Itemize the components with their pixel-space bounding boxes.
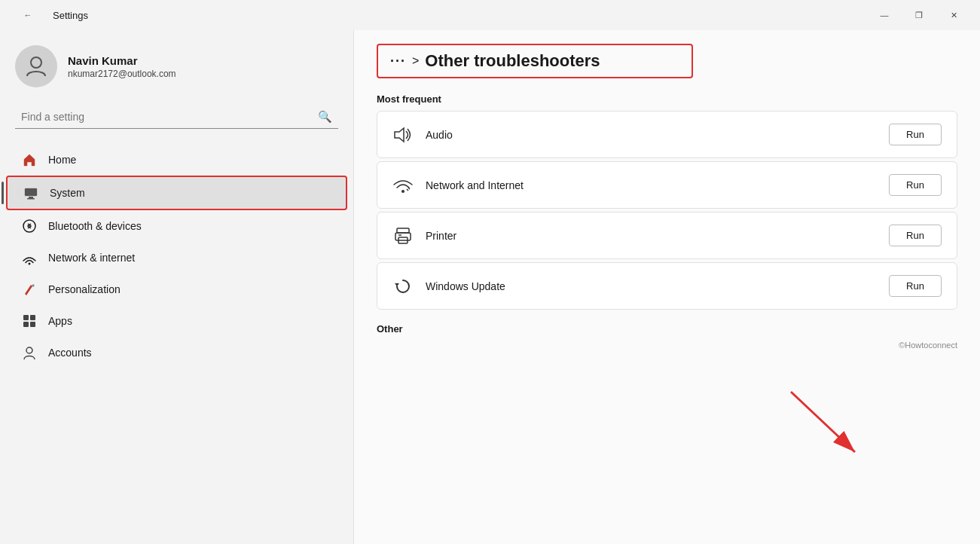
network-wifi-icon (392, 175, 414, 196)
accounts-icon (21, 344, 38, 361)
svg-line-14 (407, 189, 408, 191)
svg-rect-7 (30, 315, 35, 320)
windows-update-icon (392, 276, 414, 297)
breadcrumb-chevron: > (412, 54, 419, 68)
minimize-button[interactable]: — (867, 4, 902, 26)
user-name: Navin Kumar (68, 54, 176, 67)
svg-rect-9 (30, 322, 35, 327)
other-label: Other (354, 313, 980, 338)
network-icon (21, 249, 38, 266)
sidebar-item-bluetooth[interactable]: Bluetooth & devices (6, 210, 347, 242)
maximize-button[interactable]: ❐ (902, 4, 936, 26)
apps-icon (21, 313, 38, 329)
svg-rect-16 (395, 233, 411, 240)
troubleshooter-network: Network and Internet Run (377, 161, 957, 209)
svg-point-10 (26, 347, 32, 353)
search-box: 🔍 (15, 105, 338, 129)
sidebar-item-apps-label: Apps (48, 315, 72, 327)
nav-list: Home System (0, 141, 353, 371)
sidebar-item-personalization[interactable]: Personalization (6, 274, 347, 305)
titlebar-controls: — ❐ ✕ (867, 4, 971, 26)
svg-rect-6 (23, 315, 29, 320)
most-frequent-label: Most frequent (354, 86, 980, 111)
search-icon: 🔍 (318, 110, 332, 124)
sidebar: Navin Kumar nkumar2172@outlook.com 🔍 (0, 30, 354, 544)
sidebar-item-system[interactable]: System (6, 176, 347, 210)
svg-point-0 (31, 57, 41, 68)
sidebar-item-home-label: Home (48, 154, 76, 166)
user-info: Navin Kumar nkumar2172@outlook.com (68, 54, 176, 79)
user-email: nkumar2172@outlook.com (68, 69, 176, 79)
titlebar-title: Settings (53, 10, 88, 21)
content-header: ··· > Other troubleshooters (354, 30, 980, 86)
breadcrumb: ··· > Other troubleshooters (377, 44, 693, 78)
sidebar-item-accounts[interactable]: Accounts (6, 337, 347, 368)
sidebar-item-home[interactable]: Home (6, 144, 347, 176)
troubleshooter-list: Audio Run Network and Internet Run (354, 111, 980, 313)
audio-icon (392, 124, 414, 145)
svg-marker-19 (395, 283, 399, 286)
sidebar-scroll-area: Home System (0, 141, 353, 544)
svg-point-4 (23, 220, 35, 232)
network-run-button[interactable]: Run (889, 174, 942, 196)
bluetooth-icon (21, 218, 38, 234)
avatar (15, 45, 57, 87)
main-container: Navin Kumar nkumar2172@outlook.com 🔍 (0, 30, 980, 544)
search-container: 🔍 (0, 99, 353, 141)
sidebar-item-bluetooth-label: Bluetooth & devices (48, 220, 142, 232)
svg-point-12 (401, 190, 405, 193)
close-button[interactable]: ✕ (936, 4, 971, 26)
personalization-icon (21, 281, 38, 298)
sidebar-item-personalization-label: Personalization (48, 283, 121, 295)
sidebar-item-apps[interactable]: Apps (6, 305, 347, 337)
printer-run-button[interactable]: Run (889, 225, 942, 246)
svg-rect-3 (27, 198, 35, 200)
svg-rect-2 (29, 197, 33, 198)
search-input[interactable] (21, 111, 312, 123)
breadcrumb-dots: ··· (390, 53, 406, 69)
sidebar-item-system-label: System (50, 187, 85, 199)
audio-run-button[interactable]: Run (889, 124, 942, 145)
svg-point-5 (29, 263, 31, 265)
titlebar: ← Settings — ❐ ✕ (0, 0, 980, 30)
system-icon (23, 185, 39, 201)
troubleshooter-printer: Printer Run (377, 212, 957, 259)
sidebar-item-accounts-label: Accounts (48, 347, 92, 359)
troubleshooter-windows-update: Windows Update Run (377, 262, 957, 310)
svg-rect-8 (23, 322, 29, 327)
svg-line-13 (408, 188, 410, 189)
sidebar-item-network[interactable]: Network & internet (6, 242, 347, 274)
back-button[interactable]: ← (11, 4, 45, 26)
troubleshooter-audio: Audio Run (377, 111, 957, 158)
svg-rect-1 (25, 188, 37, 196)
windows-update-name: Windows Update (426, 280, 877, 292)
sidebar-item-network-label: Network & internet (48, 252, 135, 264)
user-section: Navin Kumar nkumar2172@outlook.com (0, 30, 353, 99)
content-area: ··· > Other troubleshooters Most frequen… (354, 30, 980, 544)
breadcrumb-title: Other troubleshooters (425, 51, 600, 71)
windows-update-run-button[interactable]: Run (889, 275, 942, 297)
audio-name: Audio (426, 129, 877, 141)
printer-icon (392, 225, 414, 246)
titlebar-left: ← Settings (0, 4, 88, 26)
svg-rect-15 (397, 228, 409, 233)
printer-name: Printer (426, 230, 877, 242)
copyright: ©Howtoconnect (354, 338, 980, 356)
home-icon (21, 151, 38, 168)
svg-marker-11 (395, 128, 404, 142)
network-name: Network and Internet (426, 179, 877, 191)
